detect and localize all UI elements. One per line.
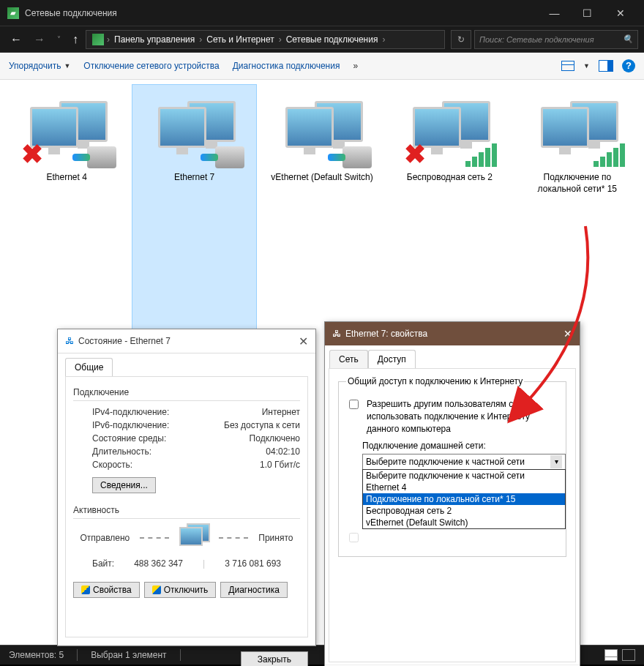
option-ethernet4[interactable]: Ethernet 4 [363, 482, 565, 493]
bytes-sent-value: 488 362 347 [134, 558, 183, 569]
network-icon: 🖧 [332, 329, 341, 339]
close-dialog-button[interactable]: Закрыть [241, 651, 308, 666]
duration-label: Длительность: [92, 446, 151, 457]
refresh-button[interactable]: ↻ [451, 30, 471, 49]
option-vethernet[interactable]: vEthernet (Default Switch) [363, 517, 565, 528]
properties-dialog: 🖧 Ethernet 7: свойства ✕ Сеть Доступ Общ… [324, 321, 580, 666]
toolbar-overflow[interactable]: » [353, 61, 358, 71]
navbar: ← → ˅ ↑ › Панель управления › Сеть и Инт… [0, 26, 644, 53]
chevron-down-icon: ▾ [550, 455, 562, 468]
properties-dialog-title: Ethernet 7: свойства [345, 329, 427, 339]
home-connection-dropdown[interactable]: Выберите подключение к частной сети Ethe… [362, 469, 566, 529]
home-connection-label: Подключение домашней сети: [362, 441, 558, 451]
search-placeholder: Поиск: Сетевые подключения [479, 35, 594, 44]
properties-button[interactable]: Свойства [73, 582, 140, 598]
disable-device-button[interactable]: Отключение сетевого устройства [83, 61, 219, 71]
allow-ics-label: Разрешить другим пользователям сети испо… [367, 398, 558, 435]
diagnose-button[interactable]: Диагностика подключения [233, 61, 340, 71]
duration-value: 04:02:10 [266, 446, 300, 457]
recent-dropdown[interactable]: ˅ [53, 35, 65, 43]
properties-close-button[interactable]: ✕ [564, 328, 572, 340]
media-value: Подключено [250, 433, 300, 444]
search-input[interactable]: Поиск: Сетевые подключения 🔍 [474, 30, 638, 49]
option-wireless2[interactable]: Беспроводная сеть 2 [363, 505, 565, 517]
option-placeholder[interactable]: Выберите подключение к частной сети [363, 470, 565, 482]
activity-icon [179, 523, 209, 553]
toolbar: Упорядочить ▼ Отключение сетевого устрой… [0, 53, 644, 80]
speed-value: 1.0 Гбит/с [260, 460, 300, 470]
breadcrumb-net[interactable]: Сеть и Интернет [202, 34, 278, 45]
diagnose-adapter-button[interactable]: Диагностика [220, 582, 288, 598]
close-button[interactable]: ✕ [604, 0, 637, 26]
minimize-button[interactable]: — [538, 0, 571, 26]
status-dialog-title: Состояние - Ethernet 7 [78, 336, 171, 346]
up-button[interactable]: ↑ [68, 33, 83, 46]
view-mode-button[interactable] [561, 61, 574, 71]
tab-general[interactable]: Общие [65, 358, 113, 376]
ics-group-label: Общий доступ к подключению к Интернету [346, 376, 524, 386]
back-button[interactable]: ← [6, 33, 26, 46]
status-dialog-titlebar[interactable]: 🖧 Состояние - Ethernet 7 ✕ [58, 329, 315, 353]
organize-menu[interactable]: Упорядочить ▼ [9, 61, 70, 71]
disconnected-icon: ✖ [19, 141, 45, 167]
received-label: Принято [258, 533, 293, 543]
disconnected-icon: ✖ [402, 141, 427, 167]
breadcrumb-cp[interactable]: Панель управления [110, 34, 199, 45]
allow-control-checkbox [349, 533, 359, 542]
network-connections-icon: ▰ [7, 7, 19, 19]
ics-group: Общий доступ к подключению к Интернету Р… [338, 376, 566, 557]
ipv6-value: Без доступа к сети [224, 420, 300, 430]
window-title: Сетевые подключения [25, 8, 538, 18]
wifi-signal-icon [465, 143, 497, 167]
disable-button[interactable]: Отключить [144, 582, 217, 598]
speed-label: Скорость: [92, 460, 132, 470]
breadcrumb-conn[interactable]: Сетевые подключения [282, 34, 383, 45]
shield-icon [81, 585, 90, 594]
ethernet-plug-icon [87, 146, 116, 168]
tab-network[interactable]: Сеть [329, 350, 368, 368]
ipv4-label: IPv4-подключение: [92, 407, 169, 417]
media-label: Состояние среды: [92, 433, 166, 444]
wifi-signal-icon [594, 143, 625, 167]
group-activity-label: Активность [73, 505, 300, 515]
bytes-recv-value: 3 716 081 693 [225, 558, 281, 569]
ethernet-plug-icon [342, 146, 372, 168]
address-icon [92, 34, 104, 45]
ipv6-label: IPv6-подключение: [92, 420, 169, 430]
group-connection-label: Подключение [73, 387, 300, 397]
status-close-button[interactable]: ✕ [299, 334, 308, 348]
status-dialog: 🖧 Состояние - Ethernet 7 ✕ Общие Подключ… [57, 329, 316, 646]
forward-button[interactable]: → [29, 33, 50, 46]
shield-icon [152, 585, 161, 594]
tab-access[interactable]: Доступ [368, 350, 416, 368]
adapter-status-icon: 🖧 [65, 336, 74, 346]
preview-pane-button[interactable] [599, 60, 613, 72]
view-details-button[interactable] [604, 649, 618, 661]
adapters-content: ✖ Ethernet 4 Ethernet 7 vEthernet (Defau… [0, 80, 644, 645]
properties-dialog-titlebar[interactable]: 🖧 Ethernet 7: свойства ✕ [325, 322, 580, 345]
elements-count: Элементов: 5 [9, 650, 64, 660]
maximize-button[interactable]: ☐ [571, 0, 604, 26]
bytes-label: Байт: [92, 558, 114, 569]
home-connection-select[interactable]: Выберите подключение к частной сети ▾ Вы… [362, 454, 566, 470]
ipv4-value: Интернет [262, 407, 300, 417]
help-icon[interactable]: ? [622, 59, 635, 72]
view-large-icons-button[interactable] [622, 649, 635, 661]
sent-label: Отправлено [80, 533, 130, 543]
allow-ics-checkbox[interactable] [349, 400, 359, 409]
details-button[interactable]: Сведения... [92, 477, 156, 493]
ethernet-plug-icon [215, 146, 244, 168]
option-local15[interactable]: Подключение по локальной сети* 15 [363, 493, 565, 505]
titlebar: ▰ Сетевые подключения — ☐ ✕ [0, 0, 644, 26]
address-bar[interactable]: › Панель управления › Сеть и Интернет › … [86, 30, 445, 49]
home-connection-selected: Выберите подключение к частной сети [366, 457, 525, 467]
search-icon: 🔍 [623, 34, 633, 44]
